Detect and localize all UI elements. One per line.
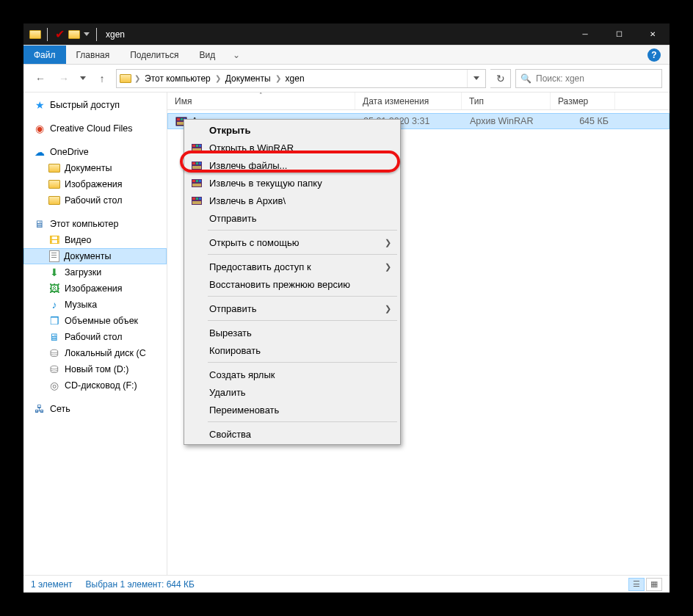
sidebar-item-video[interactable]: 🎞Видео xyxy=(23,232,167,248)
sidebar-label: Новый том (D:) xyxy=(65,364,129,374)
tab-share[interactable]: Поделиться xyxy=(120,46,189,64)
col-label: Имя xyxy=(175,96,192,106)
properties-qat-icon[interactable]: ✔ xyxy=(54,29,65,40)
location-bar[interactable]: ❯ Этот компьютер ❯ Документы ❯ xgen xyxy=(116,69,486,88)
qat-dropdown-icon[interactable] xyxy=(83,29,90,40)
breadcrumb-pc[interactable]: Этот компьютер xyxy=(142,73,214,84)
sidebar-label: Сеть xyxy=(50,404,70,414)
sidebar-item-od-images[interactable]: Изображения xyxy=(23,176,167,192)
sidebar-item-onedrive[interactable]: ☁OneDrive xyxy=(23,144,167,160)
ctx-extract-here[interactable]: Извлечь в текущую папку xyxy=(186,174,399,192)
up-button[interactable]: ↑ xyxy=(92,69,112,88)
chevron-right-icon[interactable]: ❯ xyxy=(214,74,222,82)
location-dropdown-icon[interactable] xyxy=(467,70,485,87)
chevron-right-icon[interactable]: ❯ xyxy=(133,74,142,82)
ctx-shortcut[interactable]: Создать ярлык xyxy=(186,366,399,383)
help-button[interactable]: ? xyxy=(639,46,670,64)
network-icon: 🖧 xyxy=(34,403,46,415)
star-icon: ★ xyxy=(34,99,46,111)
col-type[interactable]: Тип xyxy=(462,93,551,109)
ctx-extract-files[interactable]: Извлечь файлы... xyxy=(186,156,399,174)
sidebar-item-pictures[interactable]: 🖼Изображения xyxy=(23,280,167,297)
sidebar-item-desktop[interactable]: 🖥Рабочий стол xyxy=(23,329,167,345)
sidebar-item-cd[interactable]: ◎CD-дисковод (F:) xyxy=(23,377,167,394)
tab-home[interactable]: Главная xyxy=(66,46,120,64)
sidebar-item-od-docs[interactable]: Документы xyxy=(23,160,167,176)
folder-icon xyxy=(120,73,131,84)
ribbon-expand-icon[interactable]: ⌄ xyxy=(225,46,247,64)
ctx-open[interactable]: Открыть xyxy=(186,121,399,139)
view-details-button[interactable]: ☰ xyxy=(628,578,645,591)
ctx-send[interactable]: Отправить xyxy=(186,209,399,227)
col-size[interactable]: Размер xyxy=(551,93,615,109)
newfolder-qat-icon[interactable] xyxy=(68,29,80,40)
file-list[interactable]: Архив 25.01.2020 3:31 Архив WinRAR 645 К… xyxy=(167,110,670,575)
ctx-label: Открыть в WinRAR xyxy=(209,142,294,153)
ctx-separator xyxy=(208,362,397,363)
ctx-separator xyxy=(208,296,397,297)
sidebar-item-downloads[interactable]: ⬇Загрузки xyxy=(23,264,167,280)
sidebar-label: Рабочий стол xyxy=(65,195,122,206)
status-selected: Выбран 1 элемент: 644 КБ xyxy=(86,579,195,590)
ctx-open-winrar[interactable]: Открыть в WinRAR xyxy=(186,139,399,156)
svg-rect-22 xyxy=(196,198,198,200)
ctx-properties[interactable]: Свойства xyxy=(186,425,399,443)
cell-size: 645 КБ xyxy=(551,116,616,126)
sidebar-item-3d[interactable]: ❒Объемные объек xyxy=(23,313,167,329)
sidebar-label: Изображения xyxy=(65,179,123,189)
sidebar-item-documents[interactable]: Документы xyxy=(23,248,167,264)
cc-icon: ◉ xyxy=(34,123,46,134)
chevron-right-icon[interactable]: ❯ xyxy=(274,74,283,82)
sidebar-item-newvol[interactable]: ⛁Новый том (D:) xyxy=(23,361,167,377)
ctx-rename[interactable]: Переименовать xyxy=(186,401,399,418)
ctx-cut[interactable]: Вырезать xyxy=(186,324,399,341)
svg-rect-16 xyxy=(192,180,195,182)
context-menu[interactable]: Открыть Открыть в WinRAR Извлечь файлы..… xyxy=(184,119,401,445)
column-headers[interactable]: Имя˄ Дата изменения Тип Размер xyxy=(167,93,670,110)
titlebar[interactable]: ✔ xgen ─ ☐ ✕ xyxy=(23,23,670,46)
downloads-icon: ⬇ xyxy=(48,267,60,278)
sort-asc-icon: ˄ xyxy=(259,92,263,99)
address-bar: ← → ↑ ❯ Этот компьютер ❯ Документы ❯ xge… xyxy=(23,65,670,93)
sidebar-label: Документы xyxy=(65,163,112,173)
close-button[interactable]: ✕ xyxy=(636,23,670,45)
content-area: Имя˄ Дата изменения Тип Размер Архив 25.… xyxy=(167,93,670,575)
sidebar-item-network[interactable]: 🖧Сеть xyxy=(23,401,167,417)
ctx-open-with[interactable]: Открыть с помощью❯ xyxy=(186,233,399,251)
ctx-copy[interactable]: Копировать xyxy=(186,341,399,359)
cube-icon: ❒ xyxy=(48,315,60,327)
recent-dropdown[interactable] xyxy=(78,69,88,88)
pc-icon: 🖥 xyxy=(34,218,46,230)
tab-file[interactable]: Файл xyxy=(23,46,66,64)
col-date[interactable]: Дата изменения xyxy=(355,93,462,109)
refresh-button[interactable]: ↻ xyxy=(490,69,511,88)
sidebar-item-localdisk[interactable]: ⛁Локальный диск (C xyxy=(23,345,167,361)
ctx-restore[interactable]: Восстановить прежнюю версию xyxy=(186,275,399,293)
col-name[interactable]: Имя˄ xyxy=(167,93,355,109)
view-icons-button[interactable]: ▦ xyxy=(646,578,662,591)
svg-rect-1 xyxy=(177,118,180,120)
ctx-give-access[interactable]: Предоставить доступ к❯ xyxy=(186,258,399,275)
nav-tree[interactable]: ★Быстрый доступ ◉Creative Cloud Files ☁O… xyxy=(23,93,167,575)
maximize-button[interactable]: ☐ xyxy=(602,23,636,45)
breadcrumb-folder[interactable]: xgen xyxy=(283,73,308,84)
sidebar-label: Документы xyxy=(64,251,111,261)
sidebar-item-quick[interactable]: ★Быстрый доступ xyxy=(23,97,167,113)
back-button[interactable]: ← xyxy=(31,69,50,88)
sidebar-item-pc[interactable]: 🖥Этот компьютер xyxy=(23,216,167,232)
svg-rect-12 xyxy=(196,162,198,164)
breadcrumb-docs[interactable]: Документы xyxy=(222,73,274,84)
ctx-extract-to[interactable]: Извлечь в Архив\ xyxy=(186,192,399,209)
music-icon: ♪ xyxy=(48,299,60,311)
forward-button[interactable]: → xyxy=(54,69,73,88)
search-input[interactable]: 🔍 Поиск: xgen xyxy=(515,69,662,88)
minimize-button[interactable]: ─ xyxy=(568,23,602,45)
sidebar-label: CD-дисковод (F:) xyxy=(65,380,137,391)
ctx-send-to[interactable]: Отправить❯ xyxy=(186,300,399,317)
sidebar-item-od-desktop[interactable]: Рабочий стол xyxy=(23,192,167,209)
tab-view[interactable]: Вид xyxy=(189,46,225,64)
sidebar-item-ccf[interactable]: ◉Creative Cloud Files xyxy=(23,120,167,137)
ctx-delete[interactable]: Удалить xyxy=(186,383,399,401)
rar-icon xyxy=(190,176,203,189)
sidebar-item-music[interactable]: ♪Музыка xyxy=(23,297,167,313)
